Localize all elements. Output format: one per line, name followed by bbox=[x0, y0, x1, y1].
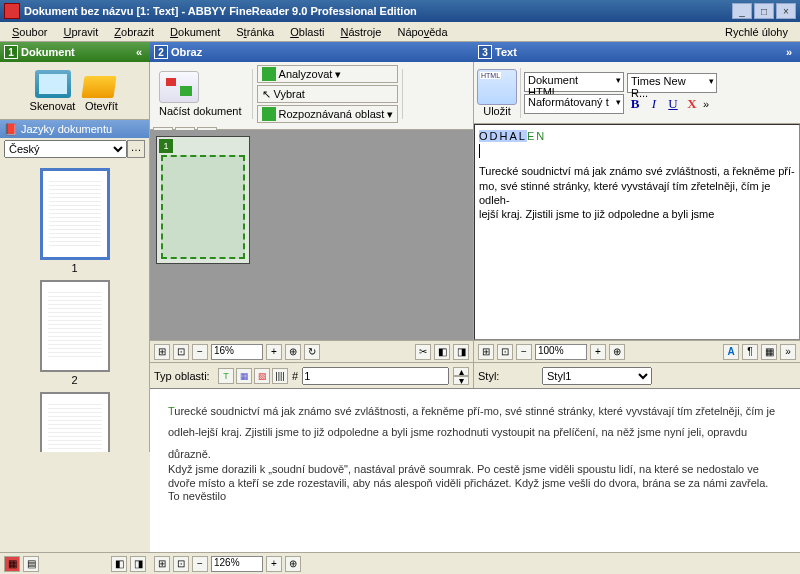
pv-fit-page[interactable]: ⊡ bbox=[173, 556, 189, 572]
txt-btn2[interactable]: ⊡ bbox=[497, 344, 513, 360]
window-title: Dokument bez názvu [1: Text] - ABBYY Fin… bbox=[24, 5, 732, 17]
titlebar: Dokument bez názvu [1: Text] - ABBYY Fin… bbox=[0, 0, 800, 22]
recognize-icon bbox=[262, 107, 276, 121]
document-image[interactable]: 1 bbox=[156, 136, 250, 264]
doc-b2[interactable]: ◨ bbox=[130, 556, 146, 572]
underline-button[interactable]: U bbox=[665, 95, 681, 113]
menu-document[interactable]: Dokument bbox=[162, 24, 228, 40]
rt-table[interactable]: ▦ bbox=[236, 368, 252, 384]
text-editor[interactable]: ODHALEN Turecké soudnictví má jak známo … bbox=[474, 124, 800, 340]
crop-button[interactable]: ✂ bbox=[415, 344, 431, 360]
txt-zoom-select[interactable]: 100% bbox=[535, 344, 587, 360]
document-panel: Skenovat Otevřít 📕 Jazyky dokumentu Česk… bbox=[0, 62, 150, 452]
cursor-icon: ↖ bbox=[262, 88, 271, 101]
pv-actual[interactable]: ⊕ bbox=[285, 556, 301, 572]
num-down[interactable]: ▾ bbox=[453, 376, 469, 385]
page-thumb-2[interactable] bbox=[40, 280, 110, 372]
image-pane-title: 2 Obraz bbox=[150, 42, 474, 62]
load-document-button[interactable]: Načíst dokument bbox=[153, 69, 248, 119]
txt-zoom-in[interactable]: + bbox=[590, 344, 606, 360]
style-select[interactable]: Styl1 bbox=[542, 367, 652, 385]
scan-button[interactable]: Skenovat bbox=[30, 70, 76, 112]
menu-areas[interactable]: Oblasti bbox=[282, 24, 332, 40]
load-document-icon bbox=[159, 71, 199, 103]
menu-tools[interactable]: Nástroje bbox=[332, 24, 389, 40]
view-mode-2[interactable]: ▤ bbox=[23, 556, 39, 572]
page-thumb-3[interactable] bbox=[40, 392, 110, 452]
rt-barcode[interactable]: |||| bbox=[272, 368, 288, 384]
pages-list: 1 2 bbox=[0, 160, 149, 452]
rotate-button[interactable]: ↻ bbox=[304, 344, 320, 360]
lang-section-title: 📕 Jazyky dokumentu bbox=[0, 120, 149, 138]
doc-bottom-toolbar: ▦ ▤ ◧ ◨ bbox=[0, 552, 150, 574]
region-type-label: Typ oblasti: bbox=[154, 370, 214, 382]
analyze-button[interactable]: Analyzovat▾ bbox=[257, 65, 399, 83]
menu-page[interactable]: Stránka bbox=[228, 24, 282, 40]
menu-quick-tasks[interactable]: Rychlé úlohy bbox=[717, 24, 796, 40]
maximize-button[interactable]: □ bbox=[754, 3, 774, 19]
region-badge: 1 bbox=[159, 139, 173, 153]
collapse-doc-icon[interactable]: « bbox=[132, 46, 146, 58]
collapse-text-icon[interactable]: » bbox=[782, 46, 796, 58]
tool-b2[interactable]: ◨ bbox=[453, 344, 469, 360]
format-select[interactable]: Naformátovaný t bbox=[524, 94, 624, 114]
font-select[interactable]: Times New R... bbox=[627, 73, 717, 93]
html-save-icon bbox=[477, 69, 517, 105]
page-thumb-1[interactable] bbox=[40, 168, 110, 260]
txt-tool-b1[interactable]: ▦ bbox=[761, 344, 777, 360]
rt-image[interactable]: ▧ bbox=[254, 368, 270, 384]
open-button[interactable]: Otevřít bbox=[83, 70, 119, 112]
language-more-button[interactable]: … bbox=[127, 140, 145, 158]
scan-icon bbox=[35, 70, 71, 98]
region-number-input[interactable] bbox=[302, 367, 449, 385]
image-viewport[interactable]: 1 bbox=[150, 130, 473, 340]
zoom-in-button[interactable]: + bbox=[266, 344, 282, 360]
app-icon bbox=[4, 3, 20, 19]
document-pane-title: 1 Dokument « bbox=[0, 42, 150, 62]
fit-width-button[interactable]: ⊞ bbox=[154, 344, 170, 360]
zoom-select[interactable]: 16% bbox=[211, 344, 263, 360]
select-button[interactable]: ↖Vybrat bbox=[257, 85, 399, 103]
menubar: Soubor Upravit Zobrazit Dokument Stránka… bbox=[0, 22, 800, 42]
save-button[interactable]: Uložit bbox=[477, 69, 517, 117]
format-more[interactable]: » bbox=[703, 98, 709, 110]
pv-zoom-in[interactable]: + bbox=[266, 556, 282, 572]
view-mode-1[interactable]: ▦ bbox=[4, 556, 20, 572]
italic-button[interactable]: I bbox=[646, 95, 662, 113]
rt-text[interactable]: T bbox=[218, 368, 234, 384]
preview-zoom-bar: ⊞ ⊡ − 126% + ⊕ bbox=[150, 552, 800, 574]
book-icon: 📕 bbox=[4, 123, 18, 136]
fit-page-button[interactable]: ⊡ bbox=[173, 344, 189, 360]
preview-pane[interactable]: Turecké soudnictví má jak známo své zvlá… bbox=[150, 388, 800, 574]
menu-help[interactable]: Nápověda bbox=[389, 24, 455, 40]
pv-zoom-out[interactable]: − bbox=[192, 556, 208, 572]
txt-tool-b2[interactable]: » bbox=[780, 344, 796, 360]
doctype-select[interactable]: Dokument HTML bbox=[524, 72, 624, 92]
txt-tool-para[interactable]: ¶ bbox=[742, 344, 758, 360]
recognize-area-button[interactable]: Rozpoznávaná oblast▾ bbox=[257, 105, 399, 123]
minimize-button[interactable]: _ bbox=[732, 3, 752, 19]
txt-btn3[interactable]: ⊕ bbox=[609, 344, 625, 360]
open-icon bbox=[83, 70, 119, 98]
pv-fit-width[interactable]: ⊞ bbox=[154, 556, 170, 572]
zoom-actual-button[interactable]: ⊕ bbox=[285, 344, 301, 360]
pv-zoom-select[interactable]: 126% bbox=[211, 556, 263, 572]
analyze-icon bbox=[262, 67, 276, 81]
zoom-out-button[interactable]: − bbox=[192, 344, 208, 360]
txt-zoom-out[interactable]: − bbox=[516, 344, 532, 360]
txt-btn1[interactable]: ⊞ bbox=[478, 344, 494, 360]
style-label: Styl: bbox=[478, 370, 538, 382]
doc-b1[interactable]: ◧ bbox=[111, 556, 127, 572]
menu-file[interactable]: Soubor bbox=[4, 24, 55, 40]
text-pane-title: 3 Text » bbox=[474, 42, 800, 62]
txt-tool-a[interactable]: A bbox=[723, 344, 739, 360]
text-region[interactable] bbox=[161, 155, 245, 259]
close-button[interactable]: × bbox=[776, 3, 796, 19]
tool-b1[interactable]: ◧ bbox=[434, 344, 450, 360]
menu-view[interactable]: Zobrazit bbox=[106, 24, 162, 40]
language-select[interactable]: Český bbox=[4, 140, 127, 158]
clear-format-button[interactable]: X bbox=[684, 95, 700, 113]
menu-edit[interactable]: Upravit bbox=[55, 24, 106, 40]
